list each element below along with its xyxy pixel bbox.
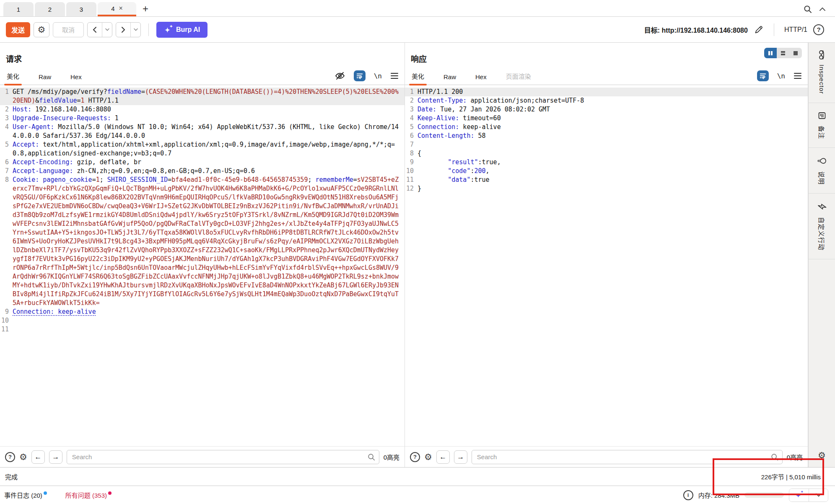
request-tab-hex[interactable]: Hex xyxy=(70,73,83,85)
editor-line[interactable]: 9 "result":true, xyxy=(405,158,808,167)
response-tab-hex[interactable]: Hex xyxy=(475,73,488,85)
editor-line[interactable]: 5Connection: keep-alive xyxy=(405,123,808,132)
request-editor[interactable]: 1GET /ms/mdiy/page/verify?fieldName=(CAS… xyxy=(0,85,405,446)
history-forward-button[interactable] xyxy=(116,22,141,37)
show-newlines-toggle[interactable]: \n xyxy=(374,72,382,80)
editor-line[interactable]: 7Accept-Language: zh-CN,zh;q=0.9,en;q=0.… xyxy=(0,167,405,176)
help-icon[interactable]: ? xyxy=(813,24,824,35)
editor-line[interactable]: 9Connection: keep-alive xyxy=(0,308,405,316)
toolbar-divider xyxy=(148,23,149,36)
burp-repeater-window: 1 2 3 4 × + 发送 ⚙ 取消 xyxy=(0,0,835,504)
event-log-label: 事件日志 (20) xyxy=(4,491,42,499)
sidebar-item-notes[interactable]: 备注 xyxy=(809,103,835,148)
cancel-button[interactable]: 取消 xyxy=(53,22,84,37)
lightning-icon xyxy=(817,203,827,210)
editor-line[interactable]: 5Accept: text/html,application/xhtml+xml… xyxy=(0,140,405,158)
send-button[interactable]: 发送 xyxy=(6,22,30,37)
chevron-up-icon[interactable] xyxy=(819,7,826,11)
history-back-button[interactable] xyxy=(87,22,112,37)
editor-line[interactable]: 3Date: Tue, 27 Jan 2026 08:02:02 GMT xyxy=(405,105,808,114)
back-dropdown-icon[interactable] xyxy=(102,23,112,37)
response-size-time: 226字节 | 5,010 millis xyxy=(761,472,821,481)
editor-line[interactable]: 2Content-Type: application/json;charset=… xyxy=(405,96,808,105)
info-icon[interactable]: i xyxy=(683,490,693,500)
gear-icon: ⚙ xyxy=(38,25,46,34)
all-issues-button[interactable]: 所有问题 (353) xyxy=(65,491,112,499)
lightbulb-icon xyxy=(817,157,827,165)
request-tab-pretty[interactable]: 美化 xyxy=(6,72,20,85)
next-match-button[interactable]: → xyxy=(454,450,467,464)
editor-line[interactable]: 4Keep-Alive: timeout=60 xyxy=(405,114,808,123)
search-settings-gear-icon[interactable]: ⚙ xyxy=(19,452,27,461)
right-sidebar: Inspector 备注 说明 自定义行动 ⚙ xyxy=(808,43,835,467)
show-newlines-toggle[interactable]: \n xyxy=(777,72,785,80)
layout-columns-button[interactable] xyxy=(764,48,777,58)
http-version-select[interactable]: HTTP/1 xyxy=(784,26,807,34)
soft-wrap-toggle-icon[interactable] xyxy=(757,70,769,81)
tab-label: 3 xyxy=(80,6,83,13)
edit-target-pencil-icon[interactable] xyxy=(754,25,764,35)
search-settings-gear-icon[interactable]: ⚙ xyxy=(424,452,432,461)
search-icon[interactable] xyxy=(803,5,812,14)
close-icon[interactable]: × xyxy=(119,5,123,12)
repeater-tab-2[interactable]: 2 xyxy=(35,2,65,16)
editor-menu-icon[interactable] xyxy=(794,72,802,79)
repeater-tab-1[interactable]: 1 xyxy=(3,2,34,16)
search-icon xyxy=(367,453,376,461)
editor-line[interactable]: 7 xyxy=(405,140,808,149)
response-tab-raw[interactable]: Raw xyxy=(443,73,457,85)
sidebar-settings-gear-icon[interactable]: ⚙ xyxy=(809,445,835,467)
response-search-row: ? ⚙ ← → 0高亮 xyxy=(405,446,808,467)
add-tab-button[interactable]: + xyxy=(137,3,153,16)
editor-line[interactable]: 10 "code":200, xyxy=(405,167,808,176)
repeater-tab-3[interactable]: 3 xyxy=(66,2,96,16)
request-tab-raw[interactable]: Raw xyxy=(38,73,52,85)
editor-line[interactable]: 11 xyxy=(0,325,405,334)
next-match-button[interactable]: → xyxy=(49,450,62,464)
back-arrow-icon[interactable] xyxy=(88,23,102,37)
previous-match-button[interactable]: ← xyxy=(436,450,450,464)
response-search-input[interactable] xyxy=(472,450,783,464)
repeater-tab-bar: 1 2 3 4 × + xyxy=(0,0,835,17)
response-tab-pretty[interactable]: 美化 xyxy=(411,72,425,85)
request-search-input[interactable] xyxy=(67,450,379,464)
editor-split: 请求 美化 Raw Hex \n 1GET / xyxy=(0,43,835,467)
editor-line[interactable]: 3Upgrade-Insecure-Requests: 1 xyxy=(0,114,405,123)
collapse-chevron-button[interactable] xyxy=(809,489,828,501)
response-editor[interactable]: 1HTTP/1.1 2002Content-Type: application/… xyxy=(405,85,808,446)
forward-arrow-icon[interactable] xyxy=(116,23,130,37)
editor-line[interactable]: 6Accept-Encoding: gzip, deflate, br xyxy=(0,158,405,167)
event-log-button[interactable]: 事件日志 (20) xyxy=(4,491,47,499)
editor-line[interactable]: 11 "data":true xyxy=(405,176,808,184)
repeater-tab-4[interactable]: 4 × xyxy=(98,2,136,16)
editor-line[interactable]: 2Host: 192.168.140.146:8080 xyxy=(0,105,405,114)
burp-ai-button[interactable]: ✦✦ Burp AI xyxy=(156,22,207,38)
editor-line[interactable]: 4User-Agent: Mozilla/5.0 (Windows NT 10.… xyxy=(0,123,405,140)
status-done-label: 完成 xyxy=(5,472,18,481)
editor-line[interactable]: 8{ xyxy=(405,149,808,158)
editor-line[interactable]: 10 xyxy=(0,316,405,325)
previous-match-button[interactable]: ← xyxy=(31,450,45,464)
hide-nonprintable-eye-icon[interactable] xyxy=(335,71,345,80)
editor-line[interactable]: 6Content-Length: 58 xyxy=(405,132,808,140)
send-settings-button[interactable]: ⚙ xyxy=(34,22,49,37)
editor-line[interactable]: 1GET /ms/mdiy/page/verify?fieldName=(CAS… xyxy=(0,88,405,105)
editor-line[interactable]: 1HTTP/1.1 200 xyxy=(405,88,808,96)
editor-line[interactable]: 8Cookie: pageno_cookie=1; SHIRO_SESSION_… xyxy=(0,176,405,308)
search-help-icon[interactable]: ? xyxy=(410,452,420,462)
bottom-bar: 事件日志 (20) 所有问题 (353) i 内存: 284.3MB ✦✦ xyxy=(0,486,835,504)
layout-rows-button[interactable] xyxy=(777,48,789,58)
response-tab-render[interactable]: 页面渲染 xyxy=(505,72,532,85)
search-help-icon[interactable]: ? xyxy=(5,452,15,462)
request-search-row: ? ⚙ ← → 0高亮 xyxy=(0,446,405,467)
sidebar-item-custom-actions[interactable]: 自定义行动 xyxy=(809,194,835,259)
burp-ai-corner-button[interactable]: ✦✦ xyxy=(789,489,809,501)
soft-wrap-toggle-icon[interactable] xyxy=(354,70,366,81)
note-document-icon xyxy=(818,111,826,120)
forward-dropdown-icon[interactable] xyxy=(130,23,140,37)
editor-line[interactable]: 12} xyxy=(405,184,808,193)
editor-menu-icon[interactable] xyxy=(390,72,399,79)
layout-single-button[interactable] xyxy=(789,48,802,58)
sidebar-item-description[interactable]: 说明 xyxy=(809,148,835,194)
sidebar-item-inspector[interactable]: Inspector xyxy=(809,43,835,103)
